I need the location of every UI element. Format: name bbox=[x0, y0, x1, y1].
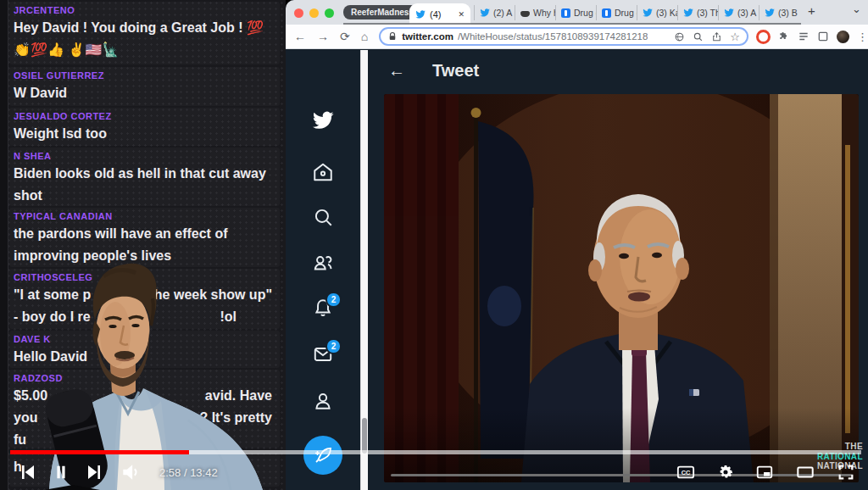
twitter-logo[interactable] bbox=[286, 109, 360, 131]
nav-notifications[interactable]: 2 bbox=[286, 297, 360, 319]
extensions-row: ⋮ bbox=[756, 30, 868, 44]
bookmark-star-icon[interactable]: ☆ bbox=[730, 31, 740, 43]
browser-toolbar: ← → ⟳ ⌂ twitter.com/WhiteHouse/status/15… bbox=[286, 25, 868, 49]
home-button[interactable]: ⌂ bbox=[361, 30, 368, 43]
tab[interactable]: Drug c bbox=[596, 5, 637, 20]
subtitles-button[interactable]: CC bbox=[675, 463, 697, 482]
settings-gear-icon[interactable] bbox=[716, 463, 735, 482]
next-button[interactable] bbox=[85, 462, 105, 482]
chat-text: Biden looks old as hell in that cut away… bbox=[14, 163, 272, 207]
chat-message: JESUALDO CORTEZ Weight lsd too bbox=[9, 108, 280, 146]
chat-message: JRCENTENO Hey David ! You doing a Great … bbox=[9, 2, 280, 64]
chat-text-fragment: you bbox=[14, 407, 37, 429]
messages-badge: 2 bbox=[326, 338, 342, 354]
tab-label: Drug c bbox=[574, 8, 596, 18]
previous-button[interactable] bbox=[17, 462, 37, 482]
profile-avatar[interactable] bbox=[837, 31, 849, 43]
twitter-bird-icon bbox=[312, 109, 334, 131]
url-path: /WhiteHouse/status/1578108939174281218 bbox=[458, 31, 648, 42]
pause-button[interactable] bbox=[52, 463, 70, 482]
browser-menu-icon[interactable]: ⋮ bbox=[857, 31, 868, 43]
twitter-favicon bbox=[643, 8, 653, 18]
twitter-favicon bbox=[724, 8, 734, 18]
tab-label: Drug c bbox=[615, 8, 637, 18]
twitter-page: 2 2 bbox=[286, 50, 868, 490]
tweet-header: ← Tweet bbox=[368, 50, 868, 91]
person-icon bbox=[312, 390, 334, 412]
theater-mode-button[interactable] bbox=[794, 463, 816, 482]
close-window-button[interactable] bbox=[294, 8, 303, 18]
twitter-nav-sidebar: 2 2 bbox=[286, 50, 360, 490]
dark-favicon bbox=[520, 11, 530, 17]
globe-icon[interactable] bbox=[674, 31, 685, 42]
extensions-puzzle-icon[interactable] bbox=[778, 31, 790, 42]
nav-messages[interactable]: 2 bbox=[286, 343, 360, 365]
chat-username: OSIEL GUTIERREZ bbox=[14, 70, 272, 81]
url-domain: twitter.com bbox=[402, 31, 453, 42]
forward-button[interactable]: → bbox=[317, 30, 329, 43]
chat-message: N SHEA Biden looks old as hell in that c… bbox=[9, 148, 280, 206]
close-tab-icon[interactable]: ✕ bbox=[458, 10, 465, 19]
chat-text: Weight lsd too bbox=[14, 123, 272, 145]
tweet-video-player[interactable] bbox=[384, 94, 859, 482]
scrollbar-thumb[interactable] bbox=[362, 418, 367, 454]
reload-button[interactable]: ⟳ bbox=[340, 30, 350, 43]
blue-favicon bbox=[602, 8, 611, 18]
twitter-favicon bbox=[480, 8, 490, 18]
notes-extension-icon[interactable] bbox=[798, 31, 810, 42]
player-controls: 2:58 / 13:42 CC bbox=[0, 454, 868, 490]
tab-label: (3) A bbox=[737, 8, 756, 18]
new-tab-button[interactable]: + bbox=[808, 3, 815, 18]
tab[interactable]: Why h bbox=[515, 5, 555, 20]
tab-strip: ReeferMadness (4) ✕ (2) A Why h Drug c D… bbox=[286, 0, 868, 25]
tab[interactable]: (3) A bbox=[718, 5, 759, 20]
browser-window: ReeferMadness (4) ✕ (2) A Why h Drug c D… bbox=[286, 0, 868, 490]
tab-label: Why h bbox=[533, 8, 555, 18]
nav-profile[interactable] bbox=[286, 390, 360, 412]
communities-icon bbox=[312, 252, 334, 274]
tab-active[interactable]: (4) ✕ bbox=[409, 3, 470, 25]
tab[interactable]: (3) Ka bbox=[637, 5, 677, 20]
volume-button[interactable] bbox=[120, 461, 142, 483]
chat-username: JRCENTENO bbox=[14, 5, 272, 15]
cc-label: CC bbox=[682, 469, 691, 476]
back-arrow[interactable]: ← bbox=[388, 61, 405, 81]
chat-text: Hey David ! You doing a Great Job ! 💯👏💯👍… bbox=[14, 17, 272, 61]
lock-icon bbox=[387, 31, 398, 42]
chat-window-scrollbar[interactable] bbox=[360, 50, 368, 490]
tab[interactable]: (3) B bbox=[759, 5, 799, 20]
chat-text-fragment: $5.00 bbox=[14, 385, 47, 407]
back-button[interactable]: ← bbox=[294, 30, 306, 43]
zoom-window-button[interactable] bbox=[325, 8, 334, 18]
minimize-window-button[interactable] bbox=[309, 8, 319, 18]
address-bar[interactable]: twitter.com/WhiteHouse/status/1578108939… bbox=[379, 27, 748, 46]
nav-explore[interactable] bbox=[286, 206, 360, 228]
notifications-badge: 2 bbox=[326, 292, 342, 308]
twitter-favicon bbox=[765, 8, 775, 18]
tweet-detail-page: ← Tweet bbox=[368, 50, 868, 490]
tab[interactable]: (3) Th bbox=[677, 5, 718, 20]
zoom-icon[interactable] bbox=[693, 31, 704, 42]
chat-left-edge bbox=[0, 0, 8, 490]
nav-communities[interactable] bbox=[286, 252, 360, 274]
video-frame: JRCENTENO Hey David ! You doing a Great … bbox=[0, 0, 868, 490]
address-bar-actions: ☆ bbox=[674, 31, 740, 43]
blue-favicon bbox=[561, 8, 570, 18]
tab[interactable]: Drug c bbox=[555, 5, 596, 20]
twitter-favicon bbox=[415, 9, 426, 19]
chat-username: JESUALDO CORTEZ bbox=[14, 111, 272, 121]
share-icon[interactable] bbox=[711, 31, 722, 42]
tab-search-chevron-icon[interactable]: ⌄ bbox=[852, 3, 861, 15]
miniplayer-button[interactable] bbox=[754, 463, 775, 482]
tab[interactable]: (2) A bbox=[474, 5, 515, 20]
chat-username: TYPICAL CANADIAN bbox=[14, 211, 272, 221]
biden-video-still bbox=[384, 94, 859, 482]
tab-label: (2) A bbox=[493, 8, 512, 18]
tab-label: (3) B bbox=[778, 8, 798, 18]
home-icon bbox=[312, 161, 334, 183]
nav-home[interactable] bbox=[286, 161, 360, 183]
panel-extension-icon[interactable] bbox=[817, 31, 829, 42]
chat-message: OSIEL GUTIERREZ W David bbox=[9, 67, 280, 106]
fullscreen-button[interactable] bbox=[836, 463, 856, 482]
extension-o-icon[interactable] bbox=[756, 30, 771, 44]
